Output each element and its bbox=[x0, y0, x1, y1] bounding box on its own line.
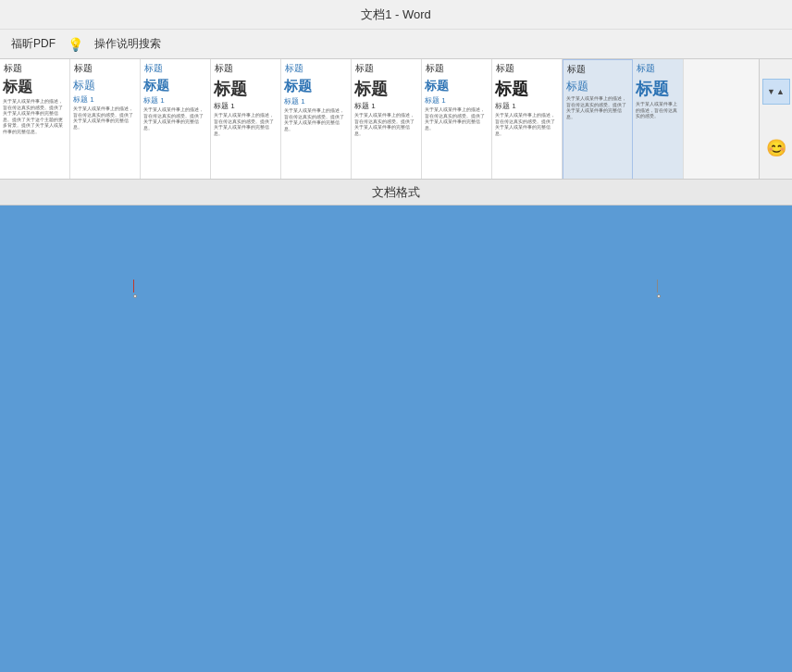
style-item-label: 标题 bbox=[563, 60, 632, 77]
style-item-label: 标题 bbox=[352, 59, 421, 76]
style-subtitle: 标题 1 bbox=[354, 101, 418, 111]
style-body-text: 关于某人或某件事上的描述，旨在传达真实的感受。 bbox=[636, 101, 680, 119]
main-area bbox=[0, 205, 792, 672]
cursor-line bbox=[133, 280, 134, 292]
style-title: 标题 bbox=[3, 78, 67, 97]
style-item[interactable]: 标题 标题 标题 1 关于某人或某件事上的描述，旨在传达真实的感受。提供了关于某… bbox=[70, 59, 141, 179]
style-item[interactable]: 标题 标题 标题 1 关于某人或某件事上的描述，旨在传达真实的感受。提供了关于某… bbox=[211, 59, 281, 179]
style-item[interactable]: 标题 标题 标题 1 关于某人或某件事上的描述，旨在传达真实的感受。提供了关于某… bbox=[422, 59, 492, 179]
style-body-text: 关于某人或某件事上的描述，旨在传达真实的感受。提供了关于某人或某件事的完整信息。 bbox=[566, 95, 629, 119]
style-title: 标题 bbox=[284, 78, 348, 95]
document-page[interactable] bbox=[31, 217, 761, 661]
style-body-text: 关于某人或某件事上的描述，旨在传达真实的感受。提供了关于某人或某件事的完整信息。 bbox=[284, 107, 348, 131]
style-item-label: 标题 bbox=[281, 59, 351, 76]
style-subtitle: 标题 1 bbox=[495, 101, 559, 111]
style-item-content: 标题 关于某人或某件事上的描述，旨在传达真实的感受。 bbox=[633, 76, 683, 179]
style-item-content: 标题 标题 1 关于某人或某件事上的描述，旨在传达真实的感受。提供了关于某人或某… bbox=[492, 76, 562, 179]
style-body-text: 关于某人或某件事上的描述，旨在传达真实的感受。提供了关于某人或某件事的完整信息。 bbox=[495, 112, 559, 136]
style-gallery: 标题 标题 关于某人或某件事上的描述，旨在传达真实的感受。提供了关于某人或某件事… bbox=[0, 59, 792, 180]
style-body-text: 关于某人或某件事上的描述，旨在传达真实的感受。提供了关于某人或某件事的完整信息。 bbox=[354, 112, 418, 136]
style-title: 标题 bbox=[566, 79, 629, 94]
style-item-content: 标题 标题 1 关于某人或某件事上的描述，旨在传达真实的感受。提供了关于某人或某… bbox=[352, 76, 421, 179]
right-panel-scroll-indicator[interactable]: ▲▼ bbox=[762, 79, 790, 105]
style-title: 标题 bbox=[354, 78, 418, 100]
style-subtitle: 标题 1 bbox=[214, 101, 278, 111]
style-body-text: 关于某人或某件事上的描述，旨在传达真实的感受。提供了关于某人或某件事的完整信息。… bbox=[3, 98, 67, 134]
cursor-line-right bbox=[657, 280, 658, 292]
style-item-content: 标题 标题 1 关于某人或某件事上的描述，旨在传达真实的感受。提供了关于某人或某… bbox=[281, 76, 351, 179]
title-bar: 文档1 - Word bbox=[0, 0, 792, 30]
style-item[interactable]: 标题 标题 标题 1 关于某人或某件事上的描述，旨在传达真实的感受。提供了关于某… bbox=[141, 59, 211, 179]
doc-format-bar[interactable]: 文档格式 bbox=[0, 180, 792, 205]
doc-format-label: 文档格式 bbox=[372, 184, 420, 201]
style-item-content: 标题 关于某人或某件事上的描述，旨在传达真实的感受。提供了关于某人或某件事的完整… bbox=[563, 77, 632, 179]
lightbulb-icon[interactable]: 💡 bbox=[67, 36, 83, 53]
style-subtitle: 标题 1 bbox=[284, 96, 348, 106]
style-item-content: 标题 标题 1 关于某人或某件事上的描述，旨在传达真实的感受。提供了关于某人或某… bbox=[422, 76, 491, 179]
style-item-content: 标题 标题 1 关于某人或某件事上的描述，旨在传达真实的感受。提供了关于某人或某… bbox=[70, 76, 140, 179]
cursor-dot bbox=[133, 294, 137, 298]
style-item[interactable]: 标题 标题 标题 1 关于某人或某件事上的描述，旨在传达真实的感受。提供了关于某… bbox=[352, 59, 422, 179]
style-item[interactable]: 标题 标题 关于某人或某件事上的描述，旨在传达真实的感受。提供了关于某人或某件事… bbox=[0, 59, 70, 179]
style-title: 标题 bbox=[143, 78, 207, 94]
style-item-label: 标题 bbox=[141, 59, 210, 76]
style-title: 标题 bbox=[636, 78, 680, 100]
style-body-text: 关于某人或某件事上的描述，旨在传达真实的感受。提供了关于某人或某件事的完整信息。 bbox=[425, 106, 489, 131]
style-item-label: 标题 bbox=[422, 59, 491, 76]
style-item-content: 标题 标题 1 关于某人或某件事上的描述，旨在传达真实的感受。提供了关于某人或某… bbox=[211, 76, 280, 179]
cursor-right bbox=[657, 280, 661, 298]
style-body-text: 关于某人或某件事上的描述，旨在传达真实的感受。提供了关于某人或某件事的完整信息。 bbox=[73, 106, 137, 130]
style-item-label: 标题 bbox=[70, 59, 140, 76]
toolbar: 福昕PDF 💡 操作说明搜索 bbox=[0, 30, 792, 59]
style-items-container: 标题 标题 关于某人或某件事上的描述，旨在传达真实的感受。提供了关于某人或某件事… bbox=[0, 59, 773, 179]
style-item-label: 标题 bbox=[211, 59, 280, 76]
style-item[interactable]: 标题 标题 关于某人或某件事上的描述，旨在传达真实的感受。 bbox=[633, 59, 684, 179]
cursor-left bbox=[133, 280, 137, 298]
style-item[interactable]: 标题 标题 标题 1 关于某人或某件事上的描述，旨在传达真实的感受。提供了关于某… bbox=[281, 59, 352, 179]
style-title: 标题 bbox=[73, 78, 137, 93]
style-body-text: 关于某人或某件事上的描述，旨在传达真实的感受。提供了关于某人或某件事的完整信息。 bbox=[143, 106, 207, 131]
style-item-label: 标题 bbox=[0, 59, 69, 76]
style-body-text: 关于某人或某件事上的描述，旨在传达真实的感受。提供了关于某人或某件事的完整信息。 bbox=[214, 112, 278, 136]
style-item-label: 标题 bbox=[633, 59, 683, 76]
style-item-label: 标题 bbox=[492, 59, 562, 76]
style-title: 标题 bbox=[214, 78, 278, 100]
style-subtitle: 标题 1 bbox=[143, 95, 207, 106]
search-button[interactable]: 操作说明搜索 bbox=[89, 34, 167, 54]
style-subtitle: 标题 1 bbox=[73, 94, 137, 105]
style-title: 标题 bbox=[425, 78, 489, 94]
title-text: 文档1 - Word bbox=[361, 6, 431, 23]
face-icon[interactable]: 😊 bbox=[762, 135, 790, 161]
pdf-button[interactable]: 福昕PDF bbox=[6, 34, 61, 54]
style-item[interactable]: 标题 标题 关于某人或某件事上的描述，旨在传达真实的感受。提供了关于某人或某件事… bbox=[563, 59, 633, 179]
style-item-content: 标题 标题 1 关于某人或某件事上的描述，旨在传达真实的感受。提供了关于某人或某… bbox=[141, 76, 210, 179]
style-subtitle: 标题 1 bbox=[425, 95, 489, 106]
style-title: 标题 bbox=[495, 78, 559, 100]
style-item-content: 标题 关于某人或某件事上的描述，旨在传达真实的感受。提供了关于某人或某件事的完整… bbox=[0, 76, 69, 179]
style-item[interactable]: 标题 标题 标题 1 关于某人或某件事上的描述，旨在传达真实的感受。提供了关于某… bbox=[492, 59, 563, 179]
cursor-dot-right bbox=[657, 294, 661, 298]
